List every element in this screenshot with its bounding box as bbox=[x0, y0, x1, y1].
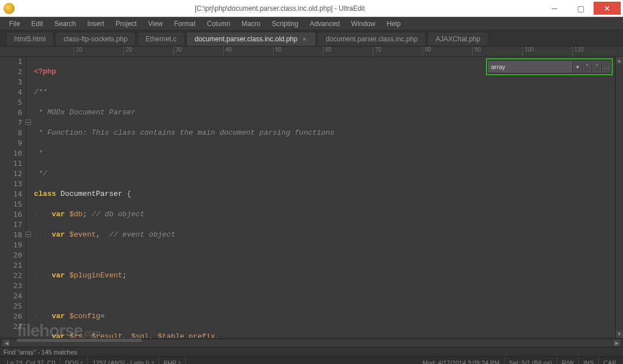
ruler-tick: 80 bbox=[423, 46, 431, 56]
column-ruler: 10 20 30 40 50 60 70 80 90 100 110 bbox=[0, 46, 623, 57]
line-number: 4 bbox=[0, 87, 25, 97]
line-number: 11 bbox=[0, 159, 25, 169]
menu-format[interactable]: Format bbox=[168, 18, 201, 29]
scroll-track[interactable] bbox=[616, 65, 623, 330]
ruler-tick: 70 bbox=[373, 46, 381, 56]
line-number: 23 bbox=[0, 281, 25, 291]
chevron-down-icon: ˅ bbox=[586, 63, 589, 71]
line-number: 9 bbox=[0, 138, 25, 148]
line-number: 18− bbox=[0, 230, 25, 240]
ruler-tick: 110 bbox=[572, 46, 584, 56]
tab-class-ftp-sockets[interactable]: class-ftp-sockets.php bbox=[55, 32, 136, 46]
editor-area: 1 2 3 4 5 6 7− 8 9 10 11 12 13 14 15 16 … bbox=[0, 57, 623, 338]
line-number: 27 bbox=[0, 322, 25, 332]
find-next-button[interactable]: ˅ bbox=[583, 61, 591, 72]
line-number: 1 bbox=[0, 57, 25, 67]
tab-ethernet[interactable]: Ethernet.c bbox=[137, 32, 185, 46]
ellipsis-icon: … bbox=[603, 63, 609, 70]
tab-document-parser-old[interactable]: document.parser.class.inc.old.php× bbox=[186, 32, 316, 46]
line-number: 21 bbox=[0, 260, 25, 271]
menu-project[interactable]: Project bbox=[110, 18, 142, 29]
ruler-tick: 20 bbox=[123, 46, 132, 56]
close-button[interactable]: ✕ bbox=[594, 2, 621, 15]
line-number: 5 bbox=[0, 97, 25, 108]
tab-label: class-ftp-sockets.php bbox=[63, 35, 127, 43]
horizontal-scrollbar[interactable]: ◀ ▶ bbox=[0, 338, 623, 347]
scroll-up-button[interactable]: ▲ bbox=[616, 57, 623, 65]
chevron-down-icon: ▾ bbox=[152, 360, 154, 364]
find-prev-button[interactable]: ˄ bbox=[592, 61, 601, 72]
menu-view[interactable]: View bbox=[142, 18, 168, 29]
status-language[interactable]: PHP▾ bbox=[159, 357, 186, 364]
line-number: 22 bbox=[0, 271, 25, 281]
line-number: 6 bbox=[0, 108, 25, 118]
tab-document-parser[interactable]: document.parser.class.inc.php bbox=[317, 32, 426, 46]
tab-label: document.parser.class.inc.php bbox=[326, 35, 417, 43]
line-number: 13 bbox=[0, 179, 25, 189]
status-capslock: CAP bbox=[599, 357, 621, 364]
scroll-left-button[interactable]: ◀ bbox=[2, 340, 10, 346]
status-position: Ln 23, Col 37, C0 bbox=[2, 357, 61, 364]
status-insert-mode[interactable]: INS bbox=[579, 357, 599, 364]
line-number: 10 bbox=[0, 148, 25, 159]
chevron-down-icon: ▾ bbox=[178, 360, 181, 364]
line-number: 2 bbox=[0, 67, 25, 77]
line-number: 16 bbox=[0, 209, 25, 220]
line-number: 3 bbox=[0, 77, 25, 87]
search-input[interactable] bbox=[488, 61, 572, 72]
menu-macro[interactable]: Macro bbox=[236, 18, 266, 29]
scroll-down-button[interactable]: ▼ bbox=[616, 330, 623, 338]
ruler-tick: 90 bbox=[472, 46, 481, 56]
tab-label: AJAXChat.php bbox=[436, 35, 480, 43]
close-icon[interactable]: × bbox=[301, 36, 308, 42]
line-number: 19 bbox=[0, 240, 25, 250]
line-number: 24 bbox=[0, 291, 25, 301]
ruler-tick: 40 bbox=[223, 46, 232, 56]
window-title: [C:\prj\php\document.parser.class.inc.ol… bbox=[18, 5, 541, 12]
menu-window[interactable]: Window bbox=[345, 18, 381, 29]
chevron-down-icon: ▾ bbox=[576, 63, 579, 71]
minimize-button[interactable]: ─ bbox=[541, 2, 567, 15]
scroll-track[interactable] bbox=[11, 340, 612, 346]
line-number-gutter: 1 2 3 4 5 6 7− 8 9 10 11 12 13 14 15 16 … bbox=[0, 57, 26, 338]
line-number: 15 bbox=[0, 199, 25, 209]
menu-search[interactable]: Search bbox=[49, 18, 82, 29]
menu-column[interactable]: Column bbox=[201, 18, 236, 29]
search-dropdown-button[interactable]: ▾ bbox=[573, 61, 582, 72]
status-selection: Sel: 5/1 (B/Lns) bbox=[505, 357, 557, 364]
menu-edit[interactable]: Edit bbox=[25, 18, 49, 29]
scroll-right-button[interactable]: ▶ bbox=[613, 340, 621, 346]
line-number: 8 bbox=[0, 128, 25, 138]
status-modified: Mod: 4/17/2014 3:09:24 PM bbox=[418, 357, 505, 364]
code-editor[interactable]: <?php /** * MODx Document Parser * Funct… bbox=[26, 57, 615, 338]
line-number: 26 bbox=[0, 311, 25, 322]
menu-advanced[interactable]: Advanced bbox=[304, 18, 345, 29]
tab-ajaxchat[interactable]: AJAXChat.php bbox=[427, 32, 489, 46]
vertical-scrollbar[interactable]: ▲ ▼ bbox=[615, 57, 623, 338]
ruler-tick: 60 bbox=[323, 46, 331, 56]
app-icon bbox=[3, 3, 15, 14]
line-number: 20 bbox=[0, 250, 25, 260]
line-number: 7− bbox=[0, 118, 25, 128]
menu-help[interactable]: Help bbox=[381, 18, 407, 29]
status-readwrite[interactable]: R/W bbox=[557, 357, 579, 364]
status-bar: Ln 23, Col 37, C0 DOS▾ 1252 (ANSI - Lati… bbox=[0, 356, 623, 364]
fold-toggle[interactable]: − bbox=[25, 232, 31, 237]
fold-toggle[interactable]: − bbox=[25, 119, 31, 125]
hint-bar: Find "array" - 145 matches bbox=[0, 347, 623, 356]
tab-label: document.parser.class.inc.old.php bbox=[195, 35, 297, 43]
search-options-button[interactable]: … bbox=[602, 61, 611, 72]
status-line-ending[interactable]: DOS▾ bbox=[61, 357, 88, 364]
tab-html5[interactable]: html5.html bbox=[6, 32, 54, 46]
ruler-tick: 10 bbox=[74, 46, 82, 56]
line-number: 25 bbox=[0, 301, 25, 311]
menu-file[interactable]: File bbox=[3, 18, 25, 29]
window-titlebar: [C:\prj\php\document.parser.class.inc.ol… bbox=[0, 0, 623, 17]
chevron-up-icon: ˄ bbox=[595, 63, 599, 71]
tab-label: html5.html bbox=[14, 35, 45, 43]
maximize-button[interactable]: ▢ bbox=[567, 2, 594, 15]
status-encoding[interactable]: 1252 (ANSI - Latin I)▾ bbox=[88, 357, 159, 364]
menu-scripting[interactable]: Scripting bbox=[266, 18, 304, 29]
menu-insert[interactable]: Insert bbox=[82, 18, 110, 29]
chevron-down-icon: ▾ bbox=[80, 360, 83, 364]
